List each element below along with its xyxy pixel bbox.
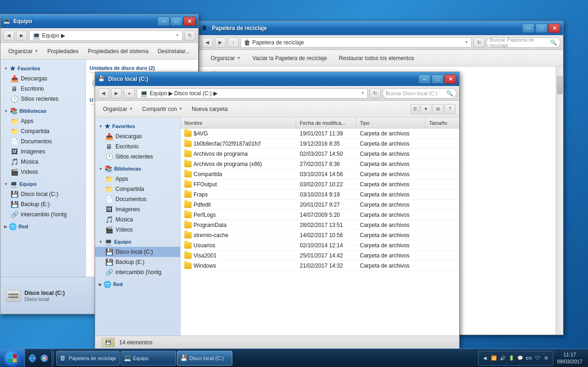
taskbar-item-papelera[interactable]: 🗑 Papelera de reciclaje xyxy=(56,351,120,366)
disco-refresh-button[interactable]: ↻ xyxy=(370,88,381,98)
equipo-sidebar-item-videos[interactable]: 🎬 Vídeos xyxy=(0,167,85,177)
equipo-sidebar-item-disco[interactable]: 💾 Disco local (C:) xyxy=(0,189,85,199)
tray-action-center-icon[interactable]: 💬 xyxy=(516,355,524,362)
disco-sidebar-bibliotecas-header[interactable]: ▼ 📚 Bibliotecas xyxy=(95,164,180,174)
disco-close-button[interactable]: ✕ xyxy=(444,74,456,84)
papelera-organize-button[interactable]: Organizar ▼ xyxy=(206,52,245,65)
disco-details-button[interactable]: ⊞ xyxy=(432,104,443,114)
file-row[interactable]: Compartida 03/10/2014 14:56 Carpeta de a… xyxy=(181,169,459,179)
disco-address-dropdown-icon[interactable]: ▼ xyxy=(361,91,364,95)
col-header-tamano[interactable]: Tamaño xyxy=(425,117,459,128)
disco-sidebar-intercambio[interactable]: 🔗 intercambio (\\ontg xyxy=(95,267,180,277)
papelera-search-icon[interactable]: 🔍 xyxy=(550,39,557,46)
disco-sidebar-sitios-recientes[interactable]: 🕐 Sitios recientes xyxy=(95,152,180,162)
papelera-vaciar-button[interactable]: Vaciar la Papelera de reciclaje xyxy=(249,52,331,65)
equipo-propiedades-sistema-button[interactable]: Propiedades del sistema xyxy=(84,45,152,58)
disco-maximize-button[interactable]: □ xyxy=(431,74,443,84)
disco-minimize-button[interactable]: ─ xyxy=(418,74,430,84)
equipo-address-dropdown-icon[interactable]: ▼ xyxy=(176,33,179,37)
disco-sidebar-imagenes[interactable]: 🖼 Imágenes xyxy=(95,204,180,214)
disco-sidebar-favoritos-header[interactable]: ▼ ★ Favoritos xyxy=(95,121,180,131)
tray-icon-expand[interactable]: ◀ xyxy=(481,355,489,362)
disco-sidebar-descargas[interactable]: 📥 Descargas xyxy=(95,131,180,141)
quick-launch-ie-button[interactable] xyxy=(27,353,38,364)
tray-network-icon[interactable]: 📶 xyxy=(490,355,497,362)
papelera-maximize-button[interactable]: □ xyxy=(535,24,547,33)
papelera-address-bar[interactable]: 🗑 Papelera de reciclaje ▼ xyxy=(241,37,472,48)
disco-sidebar-compartida[interactable]: 📁 Compartida xyxy=(95,184,180,194)
equipo-refresh-button[interactable]: ↻ xyxy=(184,31,195,41)
file-row[interactable]: Archivos de programa (x86) 27/02/2017 8:… xyxy=(181,159,459,169)
file-row[interactable]: PerfLogs 14/07/2009 5:20 Carpeta de arch… xyxy=(181,210,459,220)
papelera-up-button[interactable]: ↑ xyxy=(228,37,239,48)
equipo-organizar-button[interactable]: Organizar ▼ xyxy=(4,45,42,58)
disco-nueva-carpeta-button[interactable]: Nueva carpeta xyxy=(188,103,232,116)
disco-organizar-button[interactable]: Organizar ▼ xyxy=(99,103,137,116)
equipo-minimize-button[interactable]: ─ xyxy=(158,17,170,26)
tray-battery-icon[interactable]: 🔋 xyxy=(508,355,515,362)
equipo-sidebar-item-documentos[interactable]: 📄 Documentos xyxy=(0,136,85,147)
disco-search-icon[interactable]: 🔍 xyxy=(446,90,453,97)
col-header-tipo[interactable]: Tipo xyxy=(356,117,425,128)
system-clock[interactable]: 11:17 09/03/2017 xyxy=(555,351,584,365)
equipo-sidebar-item-compartida[interactable]: 📁 Compartida xyxy=(0,126,85,136)
equipo-sidebar-item-backup[interactable]: 💾 Backup (E:) xyxy=(0,199,85,209)
quick-launch-chrome-button[interactable] xyxy=(39,353,50,364)
equipo-close-button[interactable]: ✕ xyxy=(183,17,195,26)
file-row[interactable]: Visa2001 25/01/2017 14:42 Carpeta de arc… xyxy=(181,251,459,261)
disco-sidebar-musica[interactable]: 🎵 Música xyxy=(95,214,180,225)
disco-sidebar-documentos[interactable]: 📄 Documentos xyxy=(95,194,180,204)
disco-up-button[interactable]: ▲ xyxy=(124,88,135,98)
equipo-sidebar-bibliotecas-header[interactable]: ▼ 📚 Bibliotecas xyxy=(0,106,85,116)
equipo-sidebar-item-imagenes[interactable]: 🖼 Imágenes xyxy=(0,147,85,157)
file-row[interactable]: FFOutput 03/02/2017 10:22 Carpeta de arc… xyxy=(181,179,459,190)
equipo-sidebar-red-header[interactable]: ▶ 🌐 Red xyxy=(0,221,85,232)
disco-sidebar-backup[interactable]: 💾 Backup (E:) xyxy=(95,257,180,267)
col-header-fecha[interactable]: Fecha de modifica... xyxy=(296,117,356,128)
file-row[interactable]: Archivos de programa 02/03/2017 14:50 Ca… xyxy=(181,149,459,159)
papelera-search-box[interactable]: Buscar Papelera de reciclaje 🔍 xyxy=(486,37,560,48)
equipo-sidebar-item-apps[interactable]: 📁 Apps xyxy=(0,116,85,126)
disco-view-button[interactable]: ☰ xyxy=(411,104,419,114)
disco-sidebar-equipo-header[interactable]: ▼ 💻 Equipo xyxy=(95,237,180,247)
file-row[interactable]: 1b0b8ecfac702f9187a01fcf 19/12/2016 8:35… xyxy=(181,139,459,149)
equipo-maximize-button[interactable]: □ xyxy=(170,17,182,26)
file-row[interactable]: Fraps 03/10/2014 9:19 Carpeta de archivo… xyxy=(181,190,459,200)
tray-en-icon[interactable]: EN xyxy=(525,355,533,362)
file-row[interactable]: stremio-cache 14/02/2017 10:56 Carpeta d… xyxy=(181,230,459,240)
equipo-sidebar-item-intercambio[interactable]: 🔗 intercambio (\\ontg xyxy=(0,209,85,220)
disco-compartir-button[interactable]: Compartir con ▼ xyxy=(138,103,187,116)
file-row[interactable]: Windows 21/02/2017 14:32 Carpeta de arch… xyxy=(181,261,459,271)
papelera-forward-button[interactable]: ▶ xyxy=(215,37,226,48)
tray-update-icon[interactable]: ⚙ xyxy=(543,355,550,362)
papelera-restaurar-button[interactable]: Restaurar todos los elementos xyxy=(335,52,418,65)
equipo-back-button[interactable]: ◀ xyxy=(3,31,14,41)
disco-help-button[interactable]: ? xyxy=(444,104,455,114)
file-row[interactable]: Pdfedit 20/01/2017 9:27 Carpeta de archi… xyxy=(181,200,459,210)
papelera-close-button[interactable]: ✕ xyxy=(548,24,560,33)
papelera-scrollbar[interactable] xyxy=(556,67,563,335)
papelera-refresh-button[interactable]: ↻ xyxy=(473,37,485,48)
disco-sidebar-red-header[interactable]: ▶ 🌐 Red xyxy=(95,279,180,289)
papelera-back-button[interactable]: ◀ xyxy=(202,37,213,48)
equipo-sidebar-favoritos-header[interactable]: ▼ ★ Favoritos xyxy=(0,63,85,73)
disco-view-dropdown-button[interactable]: ▼ xyxy=(420,104,431,114)
disco-sidebar-videos[interactable]: 🎬 Vídeos xyxy=(95,225,180,235)
papelera-address-dropdown-icon[interactable]: ▼ xyxy=(465,40,468,44)
disco-sidebar-escritorio[interactable]: 🖥 Escritorio xyxy=(95,141,180,152)
taskbar-item-disco[interactable]: 💾 Disco local (C:) xyxy=(177,351,232,366)
disco-sidebar-disco-local[interactable]: 💾 Disco local (C:) xyxy=(95,247,180,257)
equipo-sidebar-item-musica[interactable]: 🎵 Música xyxy=(0,157,85,167)
disco-back-button[interactable]: ◀ xyxy=(98,88,109,98)
papelera-scroll-thumb[interactable] xyxy=(557,76,563,94)
equipo-sidebar-equipo-header[interactable]: ▼ 💻 Equipo xyxy=(0,179,85,189)
equipo-forward-button[interactable]: ▶ xyxy=(16,31,27,41)
equipo-propiedades-button[interactable]: Propiedades xyxy=(43,45,83,58)
tray-speaker-icon[interactable]: 🔊 xyxy=(499,355,506,362)
file-row[interactable]: ProgramData 28/02/2017 13:51 Carpeta de … xyxy=(181,220,459,230)
disco-address-bar[interactable]: 💻 Equipo ▶ Disco local (C:) ▶ ▼ xyxy=(137,88,368,98)
file-row[interactable]: Usuarios 02/10/2014 12:14 Carpeta de arc… xyxy=(181,240,459,251)
file-row[interactable]: $AVG 19/01/2017 11:39 Carpeta de archivo… xyxy=(181,128,459,139)
equipo-address-bar[interactable]: 💻 Equipo ▶ ▼ xyxy=(29,31,182,41)
col-header-nombre[interactable]: Nombre xyxy=(181,117,296,128)
